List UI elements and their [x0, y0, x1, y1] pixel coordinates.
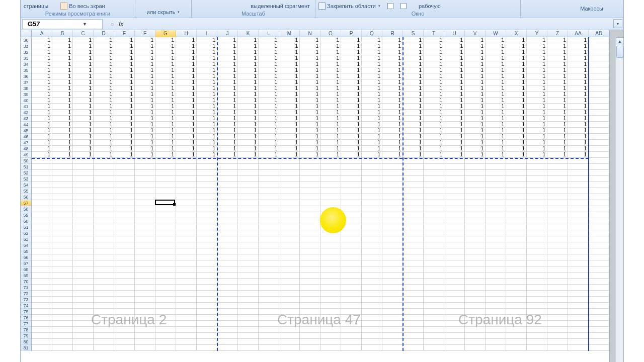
cell[interactable]: [52, 188, 73, 194]
cell[interactable]: [135, 339, 155, 345]
cell[interactable]: [259, 273, 279, 279]
cell[interactable]: 1: [403, 140, 424, 146]
cell[interactable]: [94, 254, 114, 260]
cell[interactable]: [403, 303, 424, 309]
cell[interactable]: [506, 242, 527, 248]
cell[interactable]: [176, 333, 197, 339]
cell[interactable]: 1: [135, 146, 155, 152]
cell[interactable]: [32, 333, 52, 339]
cell[interactable]: [135, 309, 155, 315]
cell[interactable]: 1: [32, 92, 52, 98]
cell[interactable]: 1: [424, 140, 444, 146]
cell[interactable]: [217, 230, 238, 236]
cell[interactable]: 1: [341, 49, 362, 55]
cell[interactable]: [238, 242, 259, 248]
cell[interactable]: [176, 266, 197, 273]
cell[interactable]: 1: [506, 37, 527, 43]
cell[interactable]: [94, 321, 114, 327]
column-header-G[interactable]: G: [155, 30, 176, 37]
cell[interactable]: [527, 260, 547, 266]
cell[interactable]: [403, 315, 424, 321]
cell[interactable]: 1: [176, 128, 197, 134]
cell[interactable]: [279, 206, 300, 212]
checkbox-2[interactable]: [400, 3, 407, 9]
cell[interactable]: [506, 333, 527, 339]
cell[interactable]: [424, 279, 444, 285]
cell[interactable]: [238, 248, 259, 254]
cell[interactable]: 1: [465, 110, 486, 116]
cell[interactable]: 1: [486, 49, 506, 55]
cell[interactable]: [238, 194, 259, 200]
cell[interactable]: [259, 242, 279, 248]
cell[interactable]: [176, 182, 197, 188]
cell[interactable]: 1: [94, 55, 114, 61]
cell[interactable]: 1: [238, 61, 259, 67]
cell[interactable]: [197, 230, 217, 236]
cell[interactable]: [444, 194, 465, 200]
cell[interactable]: [114, 321, 135, 327]
cell[interactable]: 1: [135, 128, 155, 134]
cell[interactable]: [73, 188, 94, 194]
cell[interactable]: [197, 254, 217, 260]
cell[interactable]: [114, 248, 135, 254]
cell[interactable]: 1: [341, 146, 362, 152]
cell[interactable]: [589, 140, 609, 146]
cell[interactable]: [197, 194, 217, 200]
cell[interactable]: [589, 218, 609, 224]
cell[interactable]: [73, 224, 94, 230]
cell[interactable]: 1: [155, 140, 176, 146]
cell[interactable]: [444, 291, 465, 297]
cell[interactable]: [320, 248, 341, 254]
cell[interactable]: [589, 79, 609, 85]
cell[interactable]: [547, 194, 568, 200]
cell[interactable]: 1: [444, 61, 465, 67]
cell[interactable]: [424, 188, 444, 194]
cell[interactable]: 1: [32, 110, 52, 116]
cell[interactable]: [32, 254, 52, 260]
cell[interactable]: 1: [547, 110, 568, 116]
cell[interactable]: [32, 266, 52, 273]
cell[interactable]: [506, 176, 527, 182]
cell[interactable]: [279, 236, 300, 242]
cell[interactable]: [94, 176, 114, 182]
column-header-AA[interactable]: AA: [568, 30, 589, 37]
cell[interactable]: 1: [320, 43, 341, 49]
cell[interactable]: [217, 236, 238, 242]
cell[interactable]: [382, 303, 403, 309]
cell[interactable]: 1: [403, 116, 424, 122]
cell[interactable]: [424, 206, 444, 212]
cell[interactable]: [155, 254, 176, 260]
cell[interactable]: 1: [506, 43, 527, 49]
cell[interactable]: [547, 218, 568, 224]
cell[interactable]: [362, 266, 382, 273]
cell[interactable]: [135, 327, 155, 333]
cell[interactable]: [341, 327, 362, 333]
cell[interactable]: [217, 321, 238, 327]
cell[interactable]: [259, 345, 279, 351]
row-header-40[interactable]: 40: [21, 98, 31, 104]
cell[interactable]: [94, 242, 114, 248]
cell[interactable]: 1: [135, 122, 155, 128]
cell[interactable]: 1: [424, 49, 444, 55]
cell[interactable]: 1: [424, 85, 444, 92]
cell[interactable]: 1: [52, 122, 73, 128]
cell[interactable]: [382, 200, 403, 206]
cell[interactable]: [465, 333, 486, 339]
cell[interactable]: [176, 321, 197, 327]
cell[interactable]: [589, 345, 609, 351]
cell[interactable]: [259, 266, 279, 273]
cell[interactable]: [155, 188, 176, 194]
cell[interactable]: [568, 242, 589, 248]
cell[interactable]: [424, 315, 444, 321]
cell[interactable]: [52, 297, 73, 303]
cell[interactable]: 1: [32, 85, 52, 92]
cell[interactable]: [506, 327, 527, 333]
spreadsheet-grid[interactable]: ABCDEFGHIJKLMNOPQRSTUVWXYZAAAB 303132333…: [21, 30, 623, 362]
cell[interactable]: 1: [527, 122, 547, 128]
cell[interactable]: [176, 273, 197, 279]
cell[interactable]: [527, 242, 547, 248]
cell[interactable]: [197, 224, 217, 230]
cell[interactable]: [547, 176, 568, 182]
cell[interactable]: [176, 206, 197, 212]
cell[interactable]: [259, 218, 279, 224]
